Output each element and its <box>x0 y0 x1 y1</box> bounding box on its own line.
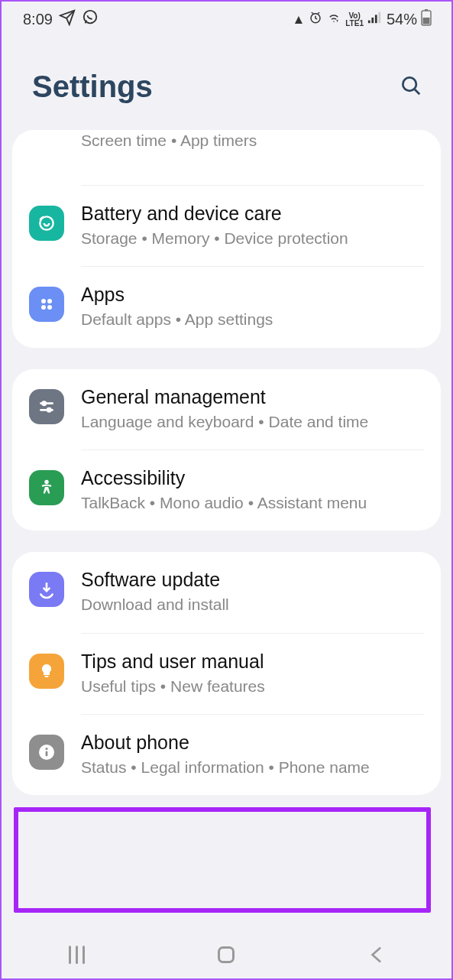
settings-item-apps[interactable]: Apps Default apps • App settings <box>12 267 441 347</box>
svg-rect-21 <box>45 676 49 677</box>
notification-icon: ▲ <box>292 12 305 28</box>
settings-item-general[interactable]: General management Language and keyboard… <box>12 369 441 449</box>
svg-point-20 <box>44 480 48 484</box>
battery-percent: 54% <box>387 11 417 28</box>
volte-icon: Vo) LTE1 <box>345 12 364 28</box>
telegram-icon <box>59 9 76 30</box>
svg-point-19 <box>47 408 50 411</box>
placeholder-icon <box>29 133 64 168</box>
back-button[interactable] <box>367 945 387 965</box>
update-icon <box>29 572 64 607</box>
signal-icon <box>367 11 381 28</box>
alarm-icon <box>309 11 322 28</box>
page-title: Settings <box>32 70 153 104</box>
accessibility-icon <box>29 470 64 505</box>
item-title: Battery and device care <box>81 203 424 225</box>
item-subtitle: Status • Legal information • Phone name <box>81 757 424 778</box>
whatsapp-icon <box>82 9 99 30</box>
about-icon <box>29 735 64 770</box>
settings-group: Screen time • App timers Battery and dev… <box>12 130 441 348</box>
settings-item-battery[interactable]: Battery and device care Storage • Memory… <box>12 186 441 266</box>
svg-point-17 <box>43 401 46 404</box>
tips-icon <box>29 654 64 689</box>
search-icon[interactable] <box>400 74 422 100</box>
svg-point-13 <box>47 299 52 303</box>
svg-line-10 <box>415 89 419 94</box>
item-subtitle: Storage • Memory • Device protection <box>81 228 424 249</box>
settings-item-tips[interactable]: Tips and user manual Useful tips • New f… <box>12 634 441 714</box>
svg-rect-3 <box>371 18 374 23</box>
svg-point-12 <box>41 299 46 303</box>
settings-item-accessibility[interactable]: Accessibility TalkBack • Mono audio • As… <box>12 450 441 531</box>
svg-rect-24 <box>46 751 48 757</box>
recents-button[interactable] <box>66 945 86 965</box>
item-title: Software update <box>81 569 424 591</box>
item-subtitle: Default apps • App settings <box>81 309 424 330</box>
item-title: About phone <box>81 732 424 754</box>
status-bar: 8:09 ▲ Vo) LTE1 54% <box>2 2 451 34</box>
item-title: Tips and user manual <box>81 651 424 673</box>
item-subtitle: Language and keyboard • Date and time <box>81 411 424 433</box>
svg-rect-5 <box>378 12 380 23</box>
svg-rect-2 <box>368 21 370 24</box>
settings-group: General management Language and keyboard… <box>12 369 441 531</box>
item-subtitle: Screen time • App timers <box>81 130 424 151</box>
svg-point-9 <box>403 77 416 91</box>
settings-item-digital-wellbeing[interactable]: Screen time • App timers <box>12 130 441 185</box>
settings-group: Software update Download and install Tip… <box>12 552 441 795</box>
item-title: Apps <box>81 284 424 306</box>
highlight-annotation <box>14 807 431 913</box>
wifi-icon <box>326 11 341 28</box>
settings-item-about-phone[interactable]: About phone Status • Legal information •… <box>12 715 441 795</box>
page-header: Settings <box>2 34 451 130</box>
settings-item-software-update[interactable]: Software update Download and install <box>12 552 441 632</box>
svg-rect-8 <box>423 18 430 24</box>
svg-rect-7 <box>425 9 428 11</box>
status-time: 8:09 <box>23 11 53 28</box>
item-title: Accessibility <box>81 467 424 489</box>
device-care-icon <box>29 206 64 241</box>
navigation-bar <box>2 931 451 978</box>
svg-point-14 <box>41 305 46 310</box>
svg-rect-4 <box>375 15 377 23</box>
battery-icon <box>421 9 432 30</box>
svg-point-23 <box>45 748 47 750</box>
item-subtitle: Download and install <box>81 594 424 615</box>
apps-icon <box>29 287 64 322</box>
item-subtitle: Useful tips • New features <box>81 676 424 697</box>
general-icon <box>29 389 64 424</box>
item-title: General management <box>81 386 424 408</box>
home-button[interactable] <box>216 945 236 965</box>
svg-point-15 <box>47 305 52 310</box>
item-subtitle: TalkBack • Mono audio • Assistant menu <box>81 492 424 514</box>
